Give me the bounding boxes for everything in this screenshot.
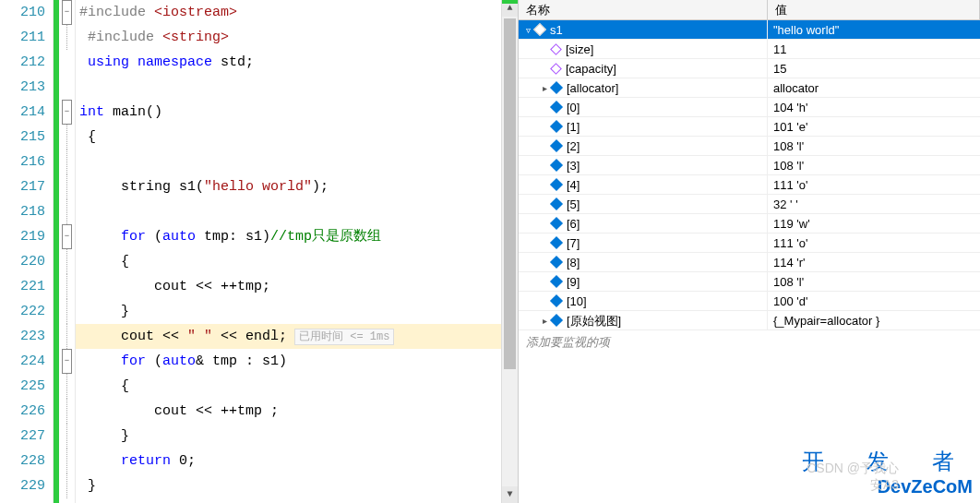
watch-value: 11: [768, 40, 980, 58]
code-line[interactable]: cout << ++tmp;: [76, 274, 518, 299]
fold-guide-line: [66, 473, 67, 498]
watch-row[interactable]: [2]108 'l': [519, 137, 980, 156]
fold-toggle-icon[interactable]: −: [62, 100, 72, 125]
watch-row[interactable]: ▿s1"hello world": [519, 20, 980, 40]
fold-guide-line: [66, 399, 67, 424]
code-line[interactable]: cout << ++tmp ;: [76, 399, 518, 424]
watch-row[interactable]: [8]114 'r': [519, 253, 980, 272]
type-icon: [550, 178, 563, 191]
code-line[interactable]: cout << " " << endl;已用时间 <= 1ms: [76, 324, 518, 349]
line-number: 223: [0, 324, 45, 349]
line-number: 229: [0, 473, 45, 498]
watch-row[interactable]: [1]101 'e': [519, 117, 980, 137]
watch-row[interactable]: [4]111 'o': [519, 175, 980, 195]
code-line[interactable]: string s1("hello world");: [76, 174, 518, 199]
line-number: 219: [0, 224, 45, 249]
watch-name: [9]: [567, 272, 580, 292]
fold-toggle-icon[interactable]: −: [62, 349, 72, 374]
watch-name: [4]: [567, 175, 580, 195]
code-line[interactable]: #include <iostream>: [76, 0, 518, 25]
watch-name: [6]: [567, 214, 580, 234]
watch-row[interactable]: [3]108 'l': [519, 156, 980, 175]
watch-row[interactable]: ▸[allocator]allocator: [519, 78, 980, 98]
fold-guide-line: [66, 25, 67, 50]
watch-row[interactable]: [7]111 'o': [519, 234, 980, 253]
code-line[interactable]: {: [76, 125, 518, 150]
watch-value: 119 'w': [768, 214, 980, 233]
watch-name: [1]: [567, 117, 580, 137]
code-line[interactable]: {: [76, 374, 518, 399]
line-number: 212: [0, 50, 45, 75]
code-line[interactable]: [76, 75, 518, 100]
code-editor[interactable]: 2102112122132142152162172182192202212222…: [0, 0, 519, 503]
code-content[interactable]: #include <iostream> #include <string> us…: [76, 0, 518, 503]
code-line[interactable]: return 0;: [76, 449, 518, 473]
watch-value: 15: [768, 59, 980, 78]
expander-icon[interactable]: ▿: [522, 20, 533, 40]
watch-name: [8]: [567, 253, 580, 272]
line-number: 215: [0, 125, 45, 150]
watch-name: [capacity]: [566, 59, 616, 78]
watch-name: [10]: [567, 292, 587, 311]
expander-icon[interactable]: ▸: [539, 78, 550, 98]
fold-guide-line: [66, 125, 67, 150]
watch-panel[interactable]: 名称 值 ▿s1"hello world"[size]11[capacity]1…: [519, 0, 980, 503]
fold-guide-line: [66, 274, 67, 299]
fold-toggle-icon[interactable]: −: [62, 0, 72, 25]
fold-guide-line: [66, 299, 67, 324]
watch-value: 100 'd': [768, 292, 980, 310]
line-number: 220: [0, 249, 45, 274]
type-icon: [550, 217, 563, 230]
watch-name: [7]: [567, 234, 580, 253]
expander-icon[interactable]: ▸: [539, 311, 550, 330]
watch-body: ▿s1"hello world"[size]11[capacity]15▸[al…: [519, 20, 980, 330]
type-icon: [550, 139, 563, 152]
scroll-thumb[interactable]: [504, 18, 516, 369]
code-line[interactable]: }: [76, 299, 518, 324]
code-line[interactable]: [76, 150, 518, 174]
line-number: 224: [0, 349, 45, 374]
watch-row[interactable]: [10]100 'd': [519, 292, 980, 311]
code-line[interactable]: for (auto& tmp : s1): [76, 349, 518, 374]
watch-value: "hello world": [768, 20, 980, 39]
header-value-column[interactable]: 值: [768, 0, 980, 19]
type-icon: [550, 81, 563, 94]
type-icon: [550, 120, 563, 133]
code-line[interactable]: {: [76, 249, 518, 274]
code-line[interactable]: using namespace std;: [76, 50, 518, 75]
line-number-gutter: 2102112122132142152162172182192202212222…: [0, 0, 54, 503]
watch-row[interactable]: [5]32 ' ': [519, 195, 980, 214]
watch-row[interactable]: [0]104 'h': [519, 98, 980, 117]
watch-row[interactable]: [capacity]15: [519, 59, 980, 78]
watch-row[interactable]: [6]119 'w': [519, 214, 980, 234]
line-number: 217: [0, 174, 45, 199]
code-line[interactable]: for (auto tmp: s1)//tmp只是原数组: [76, 224, 518, 249]
line-number: 228: [0, 449, 45, 473]
scroll-down-arrow[interactable]: ▼: [502, 486, 518, 503]
watch-value: 114 'r': [768, 253, 980, 271]
code-line[interactable]: }: [76, 424, 518, 449]
perf-hint: 已用时间 <= 1ms: [294, 329, 394, 345]
code-line[interactable]: int main(): [76, 100, 518, 125]
watch-row[interactable]: [size]11: [519, 40, 980, 59]
watch-name: [原始视图]: [567, 311, 621, 330]
type-icon: [550, 63, 562, 75]
fold-gutter: −−−−: [59, 0, 76, 503]
header-name-column[interactable]: 名称: [519, 0, 768, 19]
type-icon: [550, 43, 562, 55]
fold-toggle-icon[interactable]: −: [62, 224, 72, 249]
watch-value: 108 'l': [768, 137, 980, 155]
line-number: 214: [0, 100, 45, 125]
code-line[interactable]: }: [76, 473, 518, 498]
watch-row[interactable]: ▸[原始视图]{_Mypair=allocator }: [519, 311, 980, 330]
add-watch-item[interactable]: 添加要监视的项: [519, 330, 980, 351]
type-icon: [533, 23, 546, 36]
code-line[interactable]: #include <string>: [76, 25, 518, 50]
watch-name: [2]: [567, 137, 580, 156]
vertical-scrollbar[interactable]: ▲ ▼: [501, 0, 518, 503]
code-line[interactable]: [76, 199, 518, 224]
line-number: 227: [0, 424, 45, 449]
watch-row[interactable]: [9]108 'l': [519, 272, 980, 292]
type-icon: [550, 236, 563, 249]
watch-value: 108 'l': [768, 272, 980, 291]
